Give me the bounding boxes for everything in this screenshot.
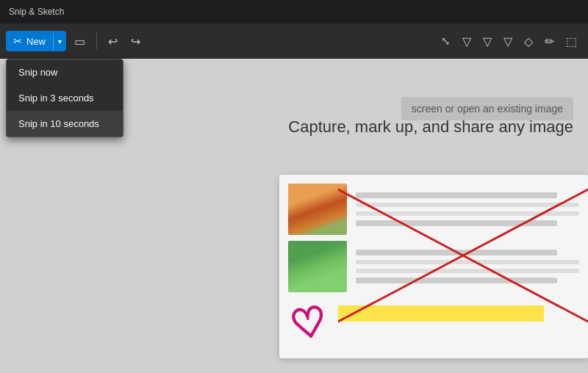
line-3 <box>356 211 579 216</box>
hint-text: screen or open an existing image <box>401 97 573 120</box>
pen-button[interactable]: ✏ <box>539 31 559 52</box>
chevron-down-icon: ▾ <box>58 37 62 46</box>
undo-icon: ↩ <box>108 35 118 48</box>
thumbnail-landscape <box>288 184 347 235</box>
crop-icon: ⤡ <box>441 35 451 48</box>
new-button-dropdown-arrow[interactable]: ▾ <box>53 33 66 50</box>
shape-icon: ◇ <box>524 35 533 48</box>
window-mode-button[interactable]: ▭ <box>69 31 90 52</box>
line-6 <box>356 260 579 264</box>
filter3-button[interactable]: ▽ <box>498 31 517 52</box>
line-4 <box>356 220 557 226</box>
yellow-highlight <box>338 305 544 322</box>
line-5 <box>356 250 557 256</box>
redo-icon: ↪ <box>131 35 140 48</box>
snip-10s-item[interactable]: Snip in 10 seconds <box>7 111 123 137</box>
line-7 <box>356 269 579 273</box>
new-button-label: New <box>26 36 46 47</box>
filter1-icon: ▽ <box>462 35 471 48</box>
snip-now-item[interactable]: Snip now <box>7 59 123 85</box>
preview-row-1 <box>288 184 579 235</box>
preview-inner: ♡ <box>279 175 588 358</box>
crop-tool-button[interactable]: ⤡ <box>436 31 456 51</box>
snip-dropdown-menu: Snip now Snip in 3 seconds Snip in 10 se… <box>6 59 123 137</box>
filter2-button[interactable]: ▽ <box>478 31 497 52</box>
line-2 <box>356 203 579 207</box>
redo-button[interactable]: ↪ <box>126 31 146 52</box>
lines-group-2 <box>356 250 579 283</box>
filter3-icon: ▽ <box>503 35 512 48</box>
title-bar: Snip & Sketch <box>0 0 588 23</box>
pen-icon: ✏ <box>545 35 554 48</box>
window-icon: ▭ <box>74 35 85 48</box>
snip-3s-item[interactable]: Snip in 3 seconds <box>7 85 123 111</box>
toolbar: ✂ New ▾ ▭ ↩ ↪ ⤡ ▽ ▽ ▽ ◇ ✏ <box>0 23 588 59</box>
toolbar-right: ⤡ ▽ ▽ ▽ ◇ ✏ ⬚ <box>436 31 582 52</box>
app-title: Snip & Sketch <box>9 7 64 17</box>
lines-group-1 <box>356 192 579 226</box>
filter2-icon: ▽ <box>483 35 492 48</box>
shape-button[interactable]: ◇ <box>519 31 538 52</box>
pink-heart-drawing: ♡ <box>287 300 330 347</box>
thumbnail-nature <box>288 241 347 292</box>
filter1-button[interactable]: ▽ <box>457 31 476 52</box>
new-button-main[interactable]: ✂ New <box>6 31 53 51</box>
preview-container: ♡ <box>279 175 588 358</box>
crop2-icon: ⬚ <box>566 35 577 48</box>
undo-button[interactable]: ↩ <box>103 31 123 52</box>
line-1 <box>356 192 557 198</box>
line-8 <box>356 278 557 283</box>
scissor-icon: ✂ <box>13 35 22 47</box>
crop2-button[interactable]: ⬚ <box>561 31 582 52</box>
new-button-group: ✂ New ▾ <box>6 31 66 51</box>
toolbar-separator-1 <box>96 32 97 50</box>
preview-row-2 <box>288 241 579 292</box>
